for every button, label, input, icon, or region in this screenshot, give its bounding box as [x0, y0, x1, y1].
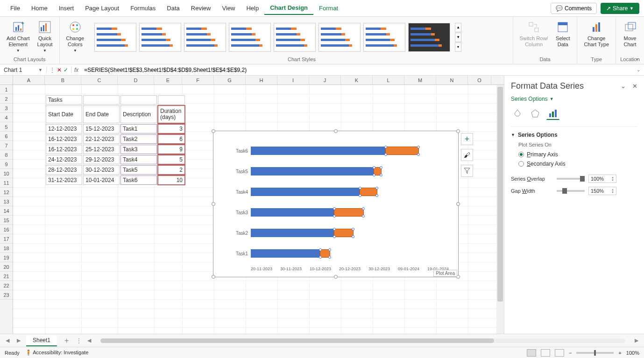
col-header-d[interactable]: D	[118, 76, 154, 84]
chart-style-7[interactable]	[363, 23, 405, 52]
row-header-4[interactable]: 4	[0, 113, 13, 122]
col-header-f[interactable]: F	[182, 76, 214, 84]
series-selection-handle[interactable]	[380, 166, 382, 169]
add-sheet-button[interactable]: +	[61, 337, 72, 345]
primary-axis-radio[interactable]: Primary Axis	[518, 151, 637, 158]
sheet-nav-prev[interactable]: ◀	[4, 337, 11, 344]
formula-input[interactable]	[81, 67, 633, 73]
cell-e6[interactable]: 9	[158, 145, 185, 154]
row-header-17[interactable]: 17	[0, 234, 13, 244]
series-options-tab[interactable]	[546, 107, 559, 120]
chart-bar-row[interactable]: Task6	[232, 140, 449, 161]
zoom-level[interactable]: 100%	[626, 350, 639, 356]
cell-e7[interactable]: 5	[158, 155, 185, 164]
row-header-23[interactable]: 23	[0, 290, 13, 300]
change-chart-type-button[interactable]: Change Chart Type	[581, 19, 612, 49]
hscroll-left[interactable]: ◀	[85, 337, 93, 344]
col-header-e[interactable]: E	[154, 76, 182, 84]
row-header-3[interactable]: 3	[0, 104, 13, 113]
gap-width-input[interactable]: 150%▲▼	[588, 187, 616, 195]
series-selection-handle[interactable]	[384, 146, 387, 148]
series-selection-handle[interactable]	[333, 215, 336, 218]
chart-resize-handle[interactable]	[334, 129, 338, 133]
chart-filters-button[interactable]	[461, 165, 473, 177]
cell-e9[interactable]: 10	[158, 175, 185, 185]
tab-chart-design[interactable]: Chart Design	[264, 1, 313, 15]
name-box[interactable]: Chart 1 ▼	[0, 67, 47, 73]
col-header-a[interactable]: A	[13, 76, 45, 84]
chart-bar-row[interactable]: Task4	[232, 182, 449, 202]
cell-b8[interactable]: 28-12-2023	[46, 165, 82, 175]
share-button[interactable]: ↗ Share ▼	[601, 3, 639, 14]
series-selection-handle[interactable]	[319, 248, 322, 251]
cell-d6[interactable]: Task3	[120, 145, 157, 154]
series-options-section[interactable]: ▼ Series Options	[511, 132, 637, 138]
tab-file[interactable]: File	[5, 2, 26, 14]
series-selection-handle[interactable]	[384, 153, 387, 156]
series-selection-handle[interactable]	[328, 248, 331, 251]
chart-object[interactable]: Task6Task5Task4Task3Task2Task1 20-11-202…	[213, 131, 459, 277]
row-header-15[interactable]: 15	[0, 216, 13, 225]
cell-c9[interactable]: 10-01-2024	[83, 175, 120, 185]
change-colors-button[interactable]: Change Colors ▼	[64, 19, 87, 54]
cell-c4[interactable]: 15-12-2023	[83, 124, 120, 133]
chart-bar-series1[interactable]	[251, 208, 334, 217]
cell-b7[interactable]: 24-12-2023	[46, 155, 82, 164]
chevron-down-icon[interactable]: ▼	[38, 68, 42, 72]
horizontal-scrollbar[interactable]	[100, 338, 625, 343]
series-selection-handle[interactable]	[375, 187, 378, 190]
tab-insert[interactable]: Insert	[53, 2, 80, 14]
scroll-down-icon[interactable]: ▼	[455, 33, 461, 42]
sheet-tabs-menu[interactable]: ⋮	[76, 337, 82, 344]
row-header-10[interactable]: 10	[0, 169, 13, 178]
chart-bar-row[interactable]: Task2	[232, 223, 449, 243]
chart-resize-handle[interactable]	[334, 275, 338, 279]
col-header-l[interactable]: L	[373, 76, 404, 84]
sheet-tab-sheet1[interactable]: Sheet1	[26, 335, 57, 346]
col-header-n[interactable]: N	[436, 76, 468, 84]
chart-style-1[interactable]	[94, 23, 136, 52]
series-selection-handle[interactable]	[352, 235, 354, 238]
zoom-in-button[interactable]: +	[618, 350, 621, 356]
tab-formulas[interactable]: Formulas	[125, 2, 161, 14]
col-header-b[interactable]: B	[45, 76, 81, 84]
chart-resize-handle[interactable]	[456, 202, 460, 206]
col-header-k[interactable]: K	[341, 76, 373, 84]
tab-help[interactable]: Help	[241, 2, 264, 14]
cell-b2[interactable]: Tasks	[46, 95, 82, 105]
series-selection-handle[interactable]	[417, 153, 420, 156]
normal-view-button[interactable]	[527, 349, 536, 357]
scroll-more-icon[interactable]: ▾	[455, 42, 461, 52]
row-header-21[interactable]: 21	[0, 272, 13, 281]
row-header-12[interactable]: 12	[0, 188, 13, 197]
hscroll-right[interactable]: ▶	[633, 337, 640, 344]
series-selection-handle[interactable]	[362, 215, 365, 218]
chart-bar-series1[interactable]	[251, 229, 334, 237]
row-header-22[interactable]: 22	[0, 281, 13, 290]
col-header-g[interactable]: G	[214, 76, 246, 84]
row-header-16[interactable]: 16	[0, 225, 13, 234]
chart-resize-handle[interactable]	[456, 129, 460, 133]
data-table[interactable]: Tasks Start Date End Date Description Du…	[45, 94, 186, 186]
cell-c3[interactable]: End Date	[83, 105, 120, 123]
series-selection-handle[interactable]	[362, 207, 365, 210]
series-overlap-input[interactable]: 100%▲▼	[588, 175, 616, 183]
row-header-20[interactable]: 20	[0, 262, 13, 272]
row-header-5[interactable]: 5	[0, 122, 13, 132]
row-header-19[interactable]: 19	[0, 253, 13, 262]
close-icon[interactable]: ✕	[632, 83, 637, 90]
effects-tab[interactable]	[529, 107, 542, 120]
row-header-1[interactable]: 1	[0, 85, 13, 94]
fill-line-tab[interactable]	[511, 107, 524, 120]
chart-style-8[interactable]	[408, 23, 450, 52]
chevron-down-icon[interactable]: ⌄	[621, 83, 626, 90]
cell-d5[interactable]: Task2	[120, 134, 157, 144]
cell-c8[interactable]: 30-12-2023	[83, 165, 120, 175]
series-selection-handle[interactable]	[373, 174, 375, 176]
chart-bar-series1[interactable]	[251, 249, 320, 258]
row-header-2[interactable]: 2	[0, 94, 13, 104]
grid[interactable]: Tasks Start Date End Date Description Du…	[13, 85, 504, 334]
series-selection-handle[interactable]	[352, 228, 354, 231]
chart-bar-series2[interactable]	[374, 167, 382, 175]
cell-d4[interactable]: Task1	[120, 124, 157, 133]
